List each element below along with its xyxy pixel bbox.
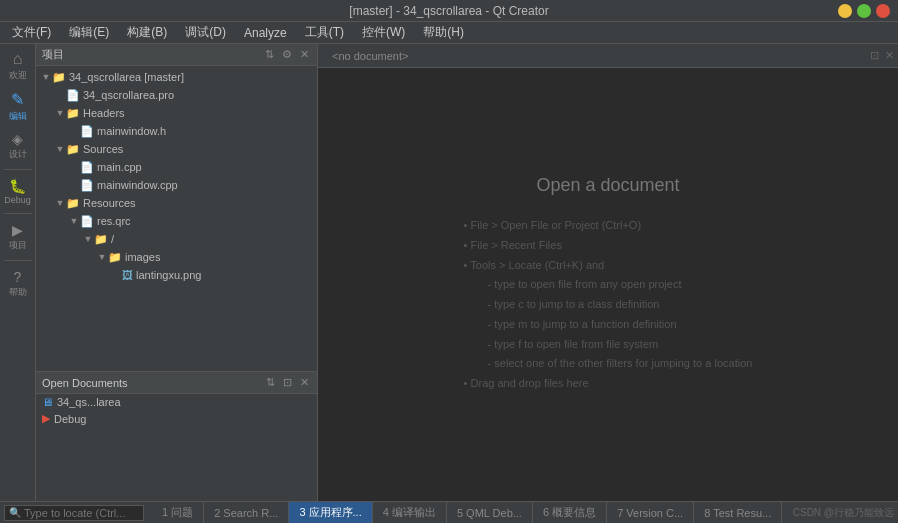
doc-hint-line: - type to open file from any open projec… <box>464 275 753 295</box>
tree-item[interactable]: ▼📁34_qscrollarea [master] <box>36 68 317 86</box>
doc-hint-line: - select one of the other filters for ju… <box>464 354 753 374</box>
editor-area: <no document> ⊡ ✕ Open a document • File… <box>318 44 898 501</box>
panel-sync-btn[interactable]: ⇅ <box>263 47 276 62</box>
tree-label: images <box>125 249 160 265</box>
status-tab-5[interactable]: 6 概要信息 <box>533 502 607 523</box>
search-icon: 🔍 <box>9 507 21 518</box>
tree-item[interactable]: 📄34_qscrollarea.pro <box>36 86 317 104</box>
open-doc-debug-item[interactable]: ▶Debug <box>36 410 317 427</box>
separator2 <box>4 213 32 214</box>
window-title: [master] - 34_qscrollarea - Qt Creator <box>349 4 548 18</box>
tree-item[interactable]: 📄mainwindow.h <box>36 122 317 140</box>
sidebar-item-edit[interactable]: ✎ 编辑 <box>1 86 35 127</box>
sidebar-item-help[interactable]: ? 帮助 <box>1 265 35 303</box>
sidebar-item-debug[interactable]: 🐛 Debug <box>1 174 35 209</box>
project-header-actions: ⇅ ⚙ ✕ <box>263 47 311 62</box>
sidebar-item-projects[interactable]: ▶ 项目 <box>1 218 35 256</box>
menu-bar: 文件(F)编辑(E)构建(B)调试(D)Analyze工具(T)控件(W)帮助(… <box>0 22 898 44</box>
open-doc-item[interactable]: 🖥34_qs...larea <box>36 394 317 410</box>
tree-label: 34_qscrollarea [master] <box>69 69 184 85</box>
doc-hint-line: - type m to jump to a function definitio… <box>464 315 753 335</box>
menu-item-Analyze[interactable]: Analyze <box>236 24 295 42</box>
menu-item-构建(B)[interactable]: 构建(B) <box>119 22 175 43</box>
tree-arrow: ▼ <box>96 249 108 265</box>
project-panel-header: 项目 ⇅ ⚙ ✕ <box>36 44 317 66</box>
locate-search[interactable]: 🔍 <box>4 505 144 521</box>
open-docs-split-btn[interactable]: ⊡ <box>281 375 294 390</box>
tree-icon: 📁 <box>66 105 80 121</box>
open-doc-prompt: Open a document • File > Open File or Pr… <box>464 175 753 394</box>
maximize-button[interactable] <box>857 4 871 18</box>
tree-icon: 📁 <box>66 195 80 211</box>
tree-arrow: ▼ <box>40 69 52 85</box>
tree-icon: 📄 <box>80 159 94 175</box>
doc-hint-line: - type c to jump to a class definition <box>464 295 753 315</box>
separator3 <box>4 260 32 261</box>
status-tab-4[interactable]: 5 QML Deb... <box>447 502 533 523</box>
status-bar: 🔍 1 问题2 Search R...3 应用程序...4 编译输出5 QML … <box>0 501 898 523</box>
open-docs-title: Open Documents <box>42 377 128 389</box>
open-docs-header: Open Documents ⇅ ⊡ ✕ <box>36 372 317 394</box>
open-docs-sync-btn[interactable]: ⇅ <box>264 375 277 390</box>
separator <box>4 169 32 170</box>
tree-item[interactable]: 📄main.cpp <box>36 158 317 176</box>
tree-item[interactable]: 🖼lantingxu.png <box>36 266 317 284</box>
tree-item[interactable]: ▼📄res.qrc <box>36 212 317 230</box>
menu-item-帮助(H)[interactable]: 帮助(H) <box>415 22 472 43</box>
editor-tabs: <no document> ⊡ ✕ <box>318 44 898 68</box>
doc-hint-line: • Tools > Locate (Ctrl+K) and <box>464 256 753 276</box>
tree-label: Headers <box>83 105 125 121</box>
menu-item-文件(F)[interactable]: 文件(F) <box>4 22 59 43</box>
tree-icon: 🖼 <box>122 267 133 283</box>
tree-label: main.cpp <box>97 159 142 175</box>
sidebar-item-design[interactable]: ◈ 设计 <box>1 127 35 165</box>
open-doc-icon: 🖥 <box>42 396 53 408</box>
tree-label: Resources <box>83 195 136 211</box>
tree-label: mainwindow.cpp <box>97 177 178 193</box>
welcome-label: 欢迎 <box>9 69 27 82</box>
side-panel: 项目 ⇅ ⚙ ✕ ▼📁34_qscrollarea [master] 📄34_q… <box>36 44 318 501</box>
tree-item[interactable]: ▼📁Sources <box>36 140 317 158</box>
tree-arrow: ▼ <box>54 105 66 121</box>
tree-arrow: ▼ <box>82 231 94 247</box>
panel-filter-btn[interactable]: ⚙ <box>280 47 294 62</box>
menu-item-工具(T)[interactable]: 工具(T) <box>297 22 352 43</box>
editor-tab-actions: ⊡ ✕ <box>870 49 894 62</box>
tree-item[interactable]: ▼📁Resources <box>36 194 317 212</box>
sidebar-item-welcome[interactable]: ⌂ 欢迎 <box>1 46 35 86</box>
tree-label: / <box>111 231 114 247</box>
doc-hints: • File > Open File or Project (Ctrl+O)• … <box>464 216 753 394</box>
doc-hint-line: - type f to open file from file system <box>464 335 753 355</box>
status-tab-7[interactable]: 8 Test Resu... <box>694 502 782 523</box>
projects-label: 项目 <box>9 239 27 252</box>
tree-label: Sources <box>83 141 123 157</box>
tree-label: res.qrc <box>97 213 131 229</box>
status-tab-1[interactable]: 2 Search R... <box>204 502 289 523</box>
tab-split-btn[interactable]: ⊡ <box>870 49 879 62</box>
status-tab-3[interactable]: 4 编译输出 <box>373 502 447 523</box>
tab-close-btn[interactable]: ✕ <box>885 49 894 62</box>
status-tab-6[interactable]: 7 Version C... <box>607 502 694 523</box>
status-tab-0[interactable]: 1 问题 <box>152 502 204 523</box>
tree-item[interactable]: ▼📁images <box>36 248 317 266</box>
minimize-button[interactable] <box>838 4 852 18</box>
menu-item-控件(W)[interactable]: 控件(W) <box>354 22 413 43</box>
menu-item-编辑(E)[interactable]: 编辑(E) <box>61 22 117 43</box>
menu-item-调试(D)[interactable]: 调试(D) <box>177 22 234 43</box>
tree-label: lantingxu.png <box>136 267 201 283</box>
tree-item[interactable]: 📄mainwindow.cpp <box>36 176 317 194</box>
tree-item[interactable]: ▼📁/ <box>36 230 317 248</box>
debug-icon: ▶ <box>42 412 50 425</box>
open-doc-title: Open a document <box>464 175 753 196</box>
tree-icon: 📄 <box>80 123 94 139</box>
tree-item[interactable]: ▼📁Headers <box>36 104 317 122</box>
close-button[interactable] <box>876 4 890 18</box>
doc-hint-line: • File > Recent Files <box>464 236 753 256</box>
open-docs-actions: ⇅ ⊡ ✕ <box>264 375 311 390</box>
panel-close-btn[interactable]: ✕ <box>298 47 311 62</box>
status-tab-2[interactable]: 3 应用程序... <box>289 502 372 523</box>
search-input[interactable] <box>24 507 144 519</box>
title-bar: [master] - 34_qscrollarea - Qt Creator <box>0 0 898 22</box>
main-layout: ⌂ 欢迎 ✎ 编辑 ◈ 设计 🐛 Debug ▶ 项目 ? 帮助 <box>0 44 898 501</box>
open-docs-close-btn[interactable]: ✕ <box>298 375 311 390</box>
